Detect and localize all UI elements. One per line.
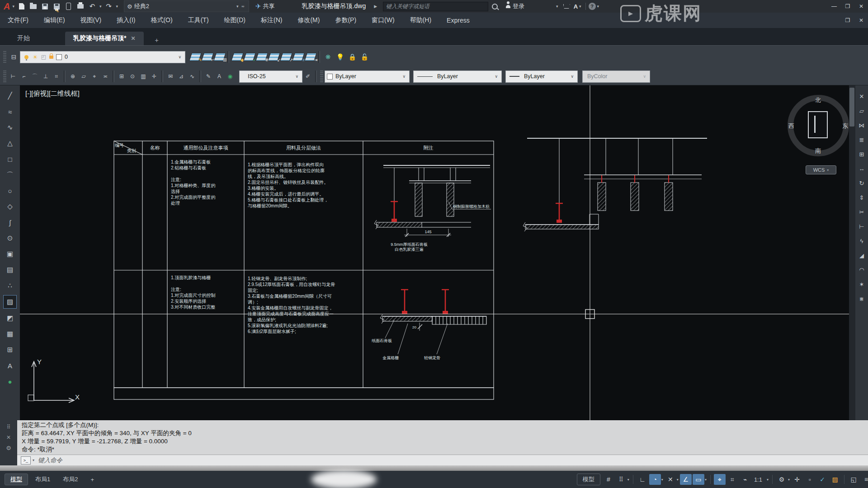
- menu-window[interactable]: 窗口(W): [364, 13, 402, 28]
- vertical-scrollbar[interactable]: [849, 85, 855, 420]
- search-icon[interactable]: [492, 4, 498, 9]
- trim-icon[interactable]: ✂: [857, 207, 867, 217]
- isodraft-icon[interactable]: ✕: [665, 474, 676, 485]
- chevron-down-icon[interactable]: ∨: [493, 74, 500, 79]
- menu-express[interactable]: Express: [439, 13, 477, 28]
- copy-icon[interactable]: ▱: [857, 106, 867, 116]
- command-close-icon[interactable]: ✕: [6, 434, 11, 441]
- revision-cloud-icon[interactable]: ◇: [4, 200, 16, 213]
- chevron-down-icon[interactable]: ▾: [677, 478, 679, 482]
- layer-thaw-icon[interactable]: ☀: [33, 54, 38, 61]
- layer-properties-manager-icon[interactable]: ⊟: [8, 51, 20, 63]
- polyline-edit-icon[interactable]: ⊿: [176, 71, 187, 82]
- workspace-switcher[interactable]: ⚙ 经典2 ▾ ≂: [124, 0, 249, 12]
- quick-calc-icon[interactable]: ▥: [138, 71, 149, 82]
- menu-modify[interactable]: 修改(M): [290, 13, 327, 28]
- menu-file[interactable]: 文件(F): [0, 13, 36, 28]
- help-icon[interactable]: ?: [589, 3, 596, 10]
- align-tool-icon[interactable]: ≍: [100, 71, 111, 82]
- update-tool-icon[interactable]: ◉: [225, 71, 236, 82]
- menu-view[interactable]: 视图(V): [73, 13, 109, 28]
- move-icon[interactable]: ↔: [857, 164, 867, 174]
- point-icon[interactable]: ∴: [4, 279, 16, 292]
- list-tool-icon[interactable]: ✛: [149, 71, 160, 82]
- search-input[interactable]: 键入关键字或短语: [383, 2, 488, 11]
- share-button[interactable]: 共享: [263, 2, 275, 10]
- graphics-performance-icon[interactable]: ✓: [816, 474, 828, 485]
- layer-unisolate-icon[interactable]: ✓: [243, 51, 255, 63]
- tab-drawing[interactable]: 乳胶漆与格栅吊顶* ✕: [65, 32, 144, 45]
- extend-icon[interactable]: ⊢: [857, 221, 867, 231]
- dynamic-input-icon[interactable]: ⌁: [739, 474, 751, 485]
- layer-match-icon[interactable]: ≡: [292, 51, 304, 63]
- menu-format[interactable]: 格式(O): [143, 13, 180, 28]
- doc-close-button[interactable]: ✕: [854, 16, 868, 24]
- chevron-right-icon[interactable]: ▶: [374, 4, 377, 9]
- center-tool-icon[interactable]: ⌖: [89, 71, 100, 82]
- undo-button[interactable]: ↶: [86, 1, 98, 11]
- menu-edit[interactable]: 编辑(E): [36, 13, 73, 28]
- break-icon[interactable]: ϟ: [857, 236, 867, 246]
- id-point-tool-icon[interactable]: ⊙: [127, 71, 138, 82]
- layer-freeze-icon[interactable]: ❄: [255, 51, 268, 63]
- lineweight-dropdown[interactable]: ByLayer ∨: [505, 70, 578, 83]
- layer-unlock-icon[interactable]: [49, 56, 53, 59]
- object-snap-2d-icon[interactable]: ⌗: [726, 474, 738, 485]
- compass-west[interactable]: 西: [788, 122, 794, 130]
- linetype-dropdown[interactable]: ByLayer ∨: [413, 70, 502, 83]
- layer-viewport-freeze-icon[interactable]: ◰: [41, 54, 46, 60]
- model-space-button[interactable]: 模型: [577, 474, 600, 485]
- open-from-mobile-button[interactable]: [63, 1, 75, 11]
- drawing-canvas[interactable]: [0, 85, 868, 420]
- distance-tool-icon[interactable]: ⊞: [116, 71, 127, 82]
- restore-button[interactable]: ❐: [841, 1, 854, 11]
- plot-button[interactable]: [75, 1, 86, 11]
- tab-close-icon[interactable]: ✕: [131, 35, 135, 42]
- viewport-controls[interactable]: [-][俯视][二维线框]: [25, 89, 80, 98]
- join-icon[interactable]: ⋇: [857, 294, 867, 304]
- line-icon[interactable]: ╱: [4, 89, 16, 102]
- lock-layer-icon[interactable]: 🔒: [346, 51, 359, 63]
- save-button[interactable]: [39, 1, 51, 11]
- chevron-down-icon[interactable]: ▾: [556, 4, 558, 9]
- open-button[interactable]: [28, 1, 39, 11]
- polyline-icon[interactable]: ∿: [4, 121, 16, 134]
- layer-on-icon[interactable]: [24, 55, 28, 59]
- array-icon[interactable]: ⊞: [857, 149, 867, 159]
- chevron-down-icon[interactable]: ∨: [293, 74, 300, 79]
- toolbar-grip[interactable]: [3, 51, 6, 63]
- layout2-tab[interactable]: 布局2: [57, 474, 83, 485]
- doc-restore-button[interactable]: ❐: [841, 16, 854, 24]
- table-icon[interactable]: ⊞: [4, 343, 16, 356]
- object-snap-tracking-icon[interactable]: ∠: [680, 474, 692, 485]
- ellipse-icon[interactable]: ⊙: [4, 232, 16, 244]
- layer-previous-icon[interactable]: ↩: [201, 51, 213, 63]
- grid-tool-icon[interactable]: ⌗: [51, 71, 62, 82]
- close-button[interactable]: ✕: [854, 1, 868, 11]
- layer-copy-icon[interactable]: ⇥: [304, 51, 316, 63]
- chevron-down-icon[interactable]: ∨: [569, 74, 576, 79]
- insert-block-icon[interactable]: ▣: [4, 248, 16, 260]
- compass-east[interactable]: 东: [842, 122, 848, 130]
- clean-screen-icon[interactable]: ▨: [829, 474, 841, 485]
- chevron-down-icon[interactable]: ▾: [579, 4, 581, 9]
- chevron-down-icon[interactable]: ∨: [176, 55, 183, 59]
- construction-line-icon[interactable]: ≈: [4, 105, 16, 118]
- fullscreen-icon[interactable]: ◱: [848, 474, 859, 485]
- unlock-layer-icon[interactable]: 🔓: [359, 51, 371, 63]
- snap-tool-icon[interactable]: ⌐: [19, 71, 29, 82]
- chevron-down-icon[interactable]: ▾: [597, 4, 599, 9]
- redo-button[interactable]: ↷: [103, 1, 115, 11]
- compass-north[interactable]: 北: [815, 96, 821, 104]
- hatch-icon[interactable]: ▨: [3, 295, 17, 309]
- match-properties-icon[interactable]: ✉: [165, 71, 176, 82]
- text-icon[interactable]: A: [4, 359, 16, 372]
- dim-edit-icon[interactable]: ✎: [203, 71, 214, 82]
- spline-edit-icon[interactable]: ∿: [187, 71, 198, 82]
- autocad-logo-icon[interactable]: A: [4, 1, 10, 12]
- float-toolbar-icon[interactable]: ≂: [241, 4, 245, 9]
- fillet-icon[interactable]: ◠: [857, 265, 867, 275]
- insert-tool-icon[interactable]: ⊕: [67, 71, 78, 82]
- autodesk-app-icon[interactable]: A: [574, 3, 578, 10]
- turn-layer-off-icon[interactable]: 💡: [334, 51, 346, 63]
